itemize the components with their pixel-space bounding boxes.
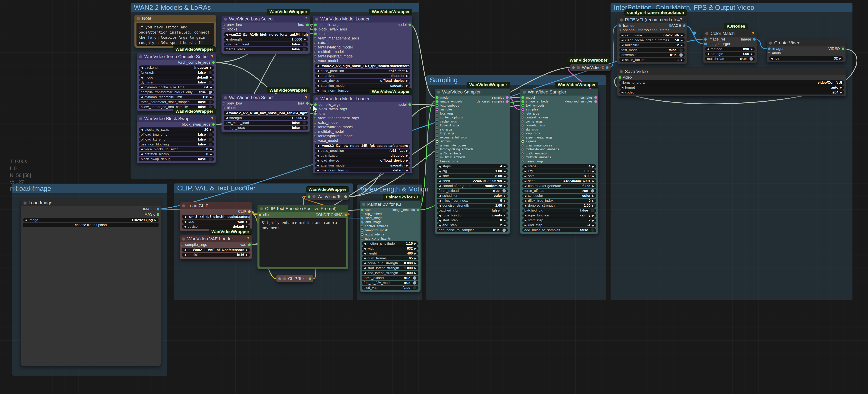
input-unianimate_poses[interactable]: unianimate_poses xyxy=(522,143,552,147)
node-header[interactable]: Load Image xyxy=(21,199,161,206)
input-dot-vram_management_args[interactable] xyxy=(314,37,316,39)
node-header[interactable]: WanVideo Lora Select? xyxy=(221,94,310,101)
toggle-icon[interactable] xyxy=(502,228,506,232)
arrow-right-icon[interactable]: ▶ xyxy=(406,69,408,73)
input-compile_args[interactable]: compile_args xyxy=(314,23,340,27)
arrow-right-icon[interactable]: ▶ xyxy=(246,253,248,256)
arrow-right-icon[interactable]: ▶ xyxy=(406,84,408,87)
input-dot-context_options[interactable] xyxy=(436,116,438,119)
widget-fps[interactable]: ◀fps32▶ xyxy=(769,56,843,61)
output-IMAGE[interactable]: IMAGE xyxy=(143,206,159,212)
input-dot-cache_args[interactable] xyxy=(436,120,438,122)
node-vae-loader[interactable]: WanVideo VAE Loader?compile_argsvae◀mode… xyxy=(180,235,252,259)
input-dot-feta_args[interactable] xyxy=(522,112,524,115)
input-freeinit_args[interactable]: freeinit_args xyxy=(436,159,458,164)
input-uni3c_embeds[interactable]: uni3c_embeds xyxy=(436,151,461,156)
input-dot-experimental_args[interactable] xyxy=(522,136,524,139)
node-header[interactable]: WanVideo VAE Loader? xyxy=(180,235,252,243)
arrow-right-icon[interactable]: ▶ xyxy=(210,66,212,69)
input-dot-multitalk_model[interactable] xyxy=(314,131,316,133)
arrow-left-icon[interactable]: ◀ xyxy=(771,57,773,60)
input-clip_embeds[interactable]: clip_embeds xyxy=(361,212,383,216)
collapsed-output-dot[interactable] xyxy=(344,195,347,198)
widget-force_parameter_static_shapes[interactable]: force_parameter_static_shapesfalse xyxy=(139,100,214,104)
node-header[interactable]: WanVideo Block Swap? xyxy=(137,115,216,122)
toggle-icon[interactable] xyxy=(303,126,306,130)
output-dot-torch_compile_args[interactable] xyxy=(212,61,215,64)
node-negative-prompt[interactable]: CLIP Text Encode (Ne xyxy=(276,275,313,282)
input-dot-multitalk_model[interactable] xyxy=(314,51,316,53)
node-header[interactable]: WanVideo Torch Compile Settings? xyxy=(137,53,216,60)
widget-batched_cfg[interactable]: batched_cfgfalse xyxy=(522,208,596,213)
input-dot-sigmas[interactable] xyxy=(522,140,524,143)
input-vram_management_args[interactable]: vram_management_args xyxy=(314,116,359,120)
arrow-right-icon[interactable]: ▶ xyxy=(504,214,506,217)
arrow-right-icon[interactable]: ▶ xyxy=(406,164,408,167)
widget-mode[interactable]: ◀modedefault▶ xyxy=(139,75,214,80)
widget-end_step[interactable]: ◀end_step2▶ xyxy=(437,223,508,227)
arrow-right-icon[interactable]: ▶ xyxy=(592,204,594,207)
collapse-icon[interactable] xyxy=(523,91,526,94)
input-dot-image_target[interactable] xyxy=(704,43,707,45)
input-dot-vace_model[interactable] xyxy=(314,60,316,62)
arrow-left-icon[interactable]: ◀ xyxy=(317,89,319,92)
widget-tiled_vae[interactable]: tiled_vaefalse xyxy=(362,286,418,290)
toggle-icon[interactable] xyxy=(209,71,212,74)
widget-force_offload[interactable]: force_offloadtrue xyxy=(522,189,596,193)
help-icon[interactable]: ? xyxy=(247,236,249,242)
arrow-right-icon[interactable]: ▶ xyxy=(681,34,683,37)
widget-steps[interactable]: ◀steps4▶ xyxy=(437,164,508,169)
arrow-left-icon[interactable]: ◀ xyxy=(317,74,319,77)
widget-model[interactable]: ◀modelwan2.2_i2v_low_noise_14B_fp8_scale… xyxy=(315,144,410,148)
widget-backend[interactable]: ◀backendinductor▶ xyxy=(139,65,214,70)
output-dot-vae[interactable] xyxy=(248,244,251,246)
collapse-icon[interactable] xyxy=(705,32,708,35)
input-fantasyportrait_model[interactable]: fantasyportrait_model xyxy=(314,54,353,58)
widget-quantization[interactable]: ◀quantizationdisabled▶ xyxy=(315,74,410,78)
arrow-left-icon[interactable]: ◀ xyxy=(317,154,319,157)
arrow-right-icon[interactable]: ▶ xyxy=(840,91,842,94)
widget-base_precision[interactable]: ◀base_precisionfp16_fast▶ xyxy=(315,148,410,153)
widget-device[interactable]: ◀devicedefault▶ xyxy=(182,224,250,229)
arrow-left-icon[interactable]: ◀ xyxy=(317,79,319,82)
arrow-left-icon[interactable]: ◀ xyxy=(364,242,366,245)
arrow-left-icon[interactable]: ◀ xyxy=(439,165,441,168)
arrow-right-icon[interactable]: ▶ xyxy=(839,57,841,60)
arrow-left-icon[interactable]: ◀ xyxy=(524,185,526,188)
node-lora-select-low[interactable]: WanVideo Lora Select?prev_lorablockslora… xyxy=(221,94,310,132)
toggle-icon[interactable] xyxy=(749,57,753,61)
input-dot-feta_args[interactable] xyxy=(436,112,438,115)
arrow-left-icon[interactable]: ◀ xyxy=(439,179,441,183)
arrow-left-icon[interactable]: ◀ xyxy=(707,48,709,51)
input-fantasytalking_model[interactable]: fantasytalking_model xyxy=(314,45,353,50)
collapse-icon[interactable] xyxy=(283,277,286,280)
widget-model_name[interactable]: ◀model_nameWan2_1_VAE_bf16.safetensors▶ xyxy=(182,248,250,252)
collapsed-input-dot[interactable] xyxy=(278,277,281,280)
output-dot-lora[interactable] xyxy=(306,24,309,26)
input-experimental_args[interactable]: experimental_args xyxy=(522,135,553,140)
widget-ensemble[interactable]: ensembletrue xyxy=(619,53,685,57)
arrow-right-icon[interactable]: ▶ xyxy=(751,48,753,51)
output-dot-denoised_samples[interactable] xyxy=(506,100,508,103)
toggle-icon[interactable] xyxy=(591,209,594,212)
widget-seed[interactable]: ◀seed224070129096769▶ xyxy=(437,179,508,183)
input-context_options[interactable]: context_options xyxy=(436,116,463,120)
arrow-left-icon[interactable]: ◀ xyxy=(621,39,623,42)
arrow-left-icon[interactable]: ◀ xyxy=(439,224,441,227)
toggle-icon[interactable] xyxy=(679,49,683,52)
node-create-video[interactable]: Create VideoimagesaudioVIDEO◀fps32▶ xyxy=(767,39,845,62)
widget-end_latent_strength[interactable]: ◀end_latent_strength1.000▶ xyxy=(362,271,418,275)
input-block_swap_args[interactable]: block_swap_args xyxy=(314,27,347,31)
toggle-icon[interactable] xyxy=(209,143,212,146)
node-header[interactable]: Note xyxy=(134,15,216,22)
collapse-icon[interactable] xyxy=(362,203,365,206)
output-samples[interactable]: samples xyxy=(580,95,597,100)
arrow-left-icon[interactable]: ◀ xyxy=(524,214,526,217)
widget-start_step[interactable]: ◀start_step0▶ xyxy=(437,218,508,223)
input-feta_args[interactable]: feta_args xyxy=(436,112,454,116)
widget-strength[interactable]: ◀strength1.00▶ xyxy=(705,52,755,56)
input-dot-video[interactable] xyxy=(619,76,621,79)
widget-block_swap_debug[interactable]: block_swap_debugfalse xyxy=(139,157,214,161)
input-extra_model[interactable]: extra_model xyxy=(314,120,338,125)
output-dot-model[interactable] xyxy=(408,103,411,106)
